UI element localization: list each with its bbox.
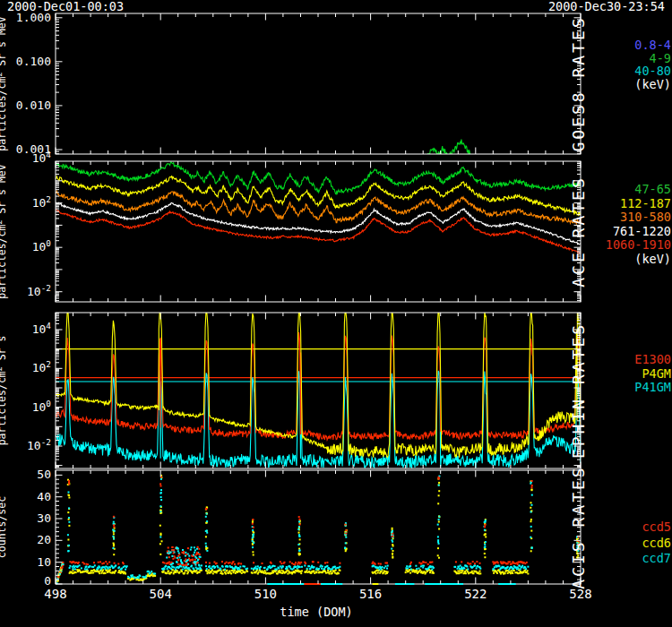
legend-item-P41GM: P41GM xyxy=(634,380,671,394)
legend-item--keV-: (keV) xyxy=(634,252,671,266)
y-tick-label: 0.100 xyxy=(16,55,51,68)
y-tick-label: 1.000 xyxy=(16,11,51,24)
side-title-goes8: GOES8 RATES xyxy=(569,15,588,151)
y-axis-label-ephin: particles/cm2 Sr s xyxy=(0,336,8,446)
y-tick-label: 40 xyxy=(37,490,51,503)
y-axis-label-goes8: particles/cm2 Sr s MeV xyxy=(0,16,8,150)
side-title-acis: ACIS RATES xyxy=(569,465,588,588)
legend-item-ccd5: ccd5 xyxy=(642,520,671,534)
x-tick-label: 498 xyxy=(44,587,66,601)
legend-item-E1300: E1300 xyxy=(634,352,671,366)
legend-item-1060-1910: 1060-1910 xyxy=(606,237,671,252)
y-tick-label: 30 xyxy=(37,511,51,525)
space-weather-plot-window: 2000-Dec01-00:03 2000-Dec30-23:54 1.0000… xyxy=(0,0,672,627)
y-tick-label: 20 xyxy=(37,533,51,546)
legend-item-ccd7: ccd7 xyxy=(642,551,671,565)
legend-item-761-1220: 761-1220 xyxy=(613,224,671,238)
y-tick-label: 0.010 xyxy=(16,99,51,112)
side-title-ace: ACE RATES xyxy=(569,176,588,288)
legend-item-310-580: 310-580 xyxy=(620,210,671,224)
x-tick-label: 504 xyxy=(150,587,172,601)
end-time-title: 2000-Dec30-23:54 xyxy=(548,0,665,13)
legend-item--keV-: (keV) xyxy=(634,77,671,91)
legend-item-ccd6: ccd6 xyxy=(642,536,671,550)
y-tick-label: 50 xyxy=(37,468,51,481)
x-tick-label: 522 xyxy=(464,587,487,601)
y-tick-label: 0 xyxy=(44,574,51,588)
y-axis-label-acis: counts/sec xyxy=(0,496,8,558)
y-axis-label-ace: particles/cm2 Sr s MeV xyxy=(0,164,8,298)
side-title-ephin: EPHIN RATES xyxy=(569,322,588,459)
legend-item-P4GM: P4GM xyxy=(642,366,671,381)
legend-item-47-65: 47-65 xyxy=(634,182,671,196)
x-axis-label: time (DOM) xyxy=(280,605,352,619)
y-tick-label: 10 xyxy=(37,555,51,569)
x-tick-label: 516 xyxy=(359,587,382,601)
radiation-rates-chart: 2000-Dec01-00:03 2000-Dec30-23:54 1.0000… xyxy=(0,0,672,627)
x-tick-label: 510 xyxy=(254,587,277,601)
legend-item-112-187: 112-187 xyxy=(620,196,671,210)
